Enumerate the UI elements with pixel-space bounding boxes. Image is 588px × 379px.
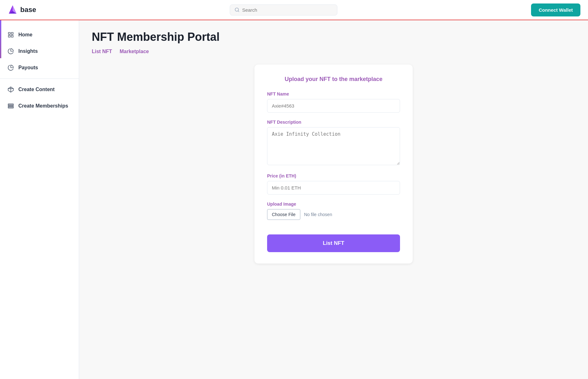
file-input-row: Choose File No file chosen: [267, 209, 400, 220]
nft-description-textarea[interactable]: [267, 127, 400, 165]
accent-bar: [0, 20, 1, 58]
connect-wallet-button[interactable]: Connect Wallet: [531, 3, 580, 16]
app-header: base Connect Wallet: [0, 0, 588, 20]
svg-rect-13: [8, 105, 14, 106]
tabs-bar: List NFT Marketplace: [92, 49, 575, 56]
svg-rect-14: [8, 107, 14, 108]
sidebar-item-create-memberships[interactable]: Create Memberships: [0, 98, 79, 114]
sidebar-item-insights-label: Insights: [18, 48, 38, 54]
price-input[interactable]: [267, 181, 400, 195]
svg-rect-5: [9, 33, 10, 34]
price-label: Price (in ETH): [267, 173, 400, 178]
sidebar: Home Insights Payouts: [0, 20, 79, 379]
logo-area: base: [8, 5, 36, 15]
sidebar-item-create-memberships-label: Create Memberships: [18, 103, 68, 109]
search-icon: [235, 7, 240, 12]
list-nft-button[interactable]: List NFT: [267, 234, 400, 252]
search-bar[interactable]: [230, 4, 337, 16]
tab-list-nft[interactable]: List NFT: [92, 49, 112, 56]
sidebar-item-home[interactable]: Home: [0, 27, 79, 43]
choose-file-button[interactable]: Choose File: [267, 209, 300, 220]
diamond-icon: [8, 86, 14, 93]
svg-line-4: [238, 11, 239, 12]
search-input[interactable]: [242, 7, 333, 13]
page-title: NFT Membership Portal: [92, 30, 575, 44]
upload-image-label: Upload Image: [267, 202, 400, 207]
app-body: Home Insights Payouts: [0, 20, 588, 379]
payouts-icon: [8, 65, 14, 71]
svg-rect-12: [8, 104, 14, 105]
sidebar-divider: [0, 78, 79, 79]
svg-rect-6: [11, 33, 13, 34]
nft-name-label: NFT Name: [267, 91, 400, 96]
sidebar-item-insights[interactable]: Insights: [0, 43, 79, 59]
sidebar-item-create-content-label: Create Content: [18, 87, 55, 92]
nft-name-input[interactable]: [267, 99, 400, 113]
logo-icon: [8, 5, 18, 15]
sidebar-item-payouts[interactable]: Payouts: [0, 59, 79, 76]
nft-description-group: NFT Description: [267, 120, 400, 166]
no-file-text: No file chosen: [304, 212, 332, 217]
nft-name-group: NFT Name: [267, 91, 400, 113]
sidebar-item-create-content[interactable]: Create Content: [0, 81, 79, 98]
card-title: Upload your NFT to the marketplace: [267, 76, 400, 83]
tab-marketplace[interactable]: Marketplace: [120, 49, 149, 56]
stack-icon: [8, 103, 14, 109]
logo-text: base: [20, 6, 36, 14]
sidebar-item-payouts-label: Payouts: [18, 65, 38, 71]
upload-image-group: Upload Image Choose File No file chosen: [267, 202, 400, 220]
svg-rect-7: [9, 35, 10, 37]
sidebar-item-home-label: Home: [18, 32, 32, 38]
upload-card: Upload your NFT to the marketplace NFT N…: [254, 65, 413, 264]
price-group: Price (in ETH): [267, 173, 400, 195]
svg-rect-8: [11, 35, 13, 37]
main-content: NFT Membership Portal List NFT Marketpla…: [79, 20, 588, 379]
pie-chart-icon: [8, 48, 14, 54]
nft-description-label: NFT Description: [267, 120, 400, 125]
grid-icon: [8, 32, 14, 38]
